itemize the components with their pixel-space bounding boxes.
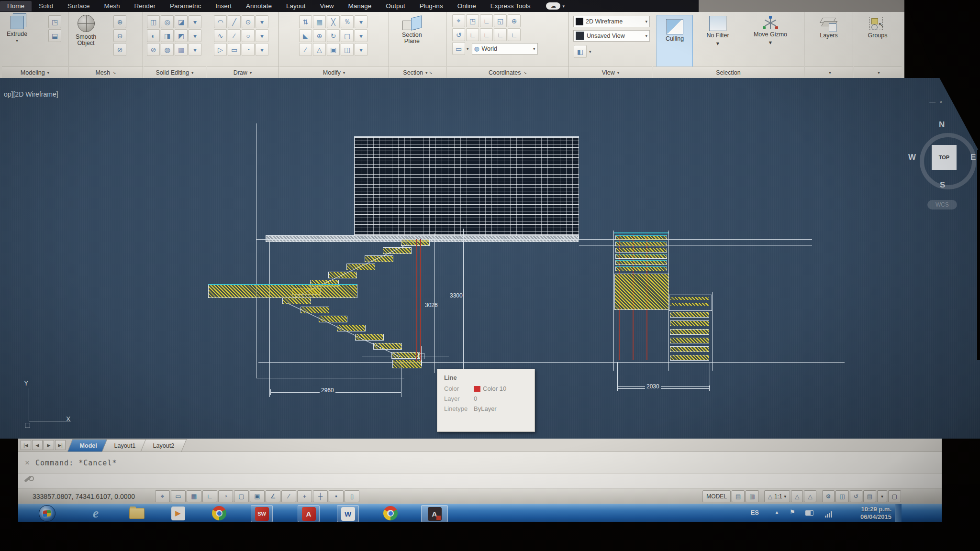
wcs-menu-button[interactable]: WCS [927, 200, 957, 209]
draw-tool-icon[interactable]: ∕ [228, 29, 241, 42]
panel-label-draw[interactable]: Draw▾ [207, 66, 278, 78]
modify-tool-icon[interactable]: ⇅ [299, 15, 312, 28]
command-line-area[interactable]: × Command: *Cancel* [18, 452, 942, 488]
layout-nav-button[interactable]: |◀ [21, 440, 31, 450]
battery-icon[interactable] [805, 510, 813, 516]
ucs-tool-icon[interactable]: ∟ [508, 28, 521, 41]
ucs-icon-toggle[interactable]: ▭ [452, 42, 465, 55]
ucs-tool-icon[interactable]: ⌖ [452, 14, 465, 27]
draw-tool-icon[interactable]: ▾ [256, 29, 268, 42]
start-button[interactable] [36, 505, 57, 521]
media-player-icon[interactable]: ▶ [167, 505, 189, 521]
ribbon-tab[interactable]: Manage [341, 1, 379, 11]
ucs-world-dropdown[interactable]: ◍ World ▾ [472, 43, 538, 55]
workspace-button[interactable]: ↺ [850, 490, 862, 502]
drafting-toggle-button[interactable]: ◔ [218, 490, 233, 502]
workspace-button[interactable]: ▤ [863, 490, 876, 502]
ucs-tool-icon[interactable]: ◳ [466, 14, 479, 27]
solid-editing-tool-icon[interactable]: ◩ [175, 29, 188, 42]
chrome-icon-2[interactable] [380, 505, 401, 521]
modify-tool-icon[interactable]: ▢ [341, 29, 354, 42]
viewport-minimize-button[interactable]: — [929, 98, 935, 105]
ucs-tool-icon[interactable]: ∟ [480, 14, 493, 27]
drafting-toggle-button[interactable]: ∠ [266, 490, 280, 502]
modify-tool-icon[interactable]: ▾ [355, 43, 368, 56]
internet-explorer-icon[interactable]: e [85, 505, 106, 521]
drafting-toggle-button[interactable]: ⌖ [155, 490, 170, 502]
draw-tool-icon[interactable]: ▾ [256, 43, 268, 56]
mesh-tool-icon[interactable]: ⊖ [113, 29, 126, 42]
solid-editing-tool-icon[interactable]: ▾ [189, 43, 201, 56]
solid-editing-tool-icon[interactable]: ◐ [147, 29, 160, 42]
quick-view-button[interactable]: ▤ [732, 490, 745, 502]
layout-nav-button[interactable]: ▶| [55, 440, 66, 450]
modify-tool-icon[interactable]: ％ [341, 15, 354, 28]
tray-expand-icon[interactable]: ▲ [775, 510, 779, 515]
viewcube-north[interactable]: N [939, 120, 945, 130]
status-menu-caret[interactable]: ▾ [877, 490, 887, 502]
file-explorer-icon[interactable] [126, 505, 147, 521]
drafting-toggle-button[interactable]: + [297, 490, 312, 502]
modify-tool-icon[interactable]: ↻ [327, 29, 340, 42]
solid-editing-tool-icon[interactable]: ◪ [175, 15, 188, 28]
ribbon-tab[interactable]: Plug-ins [412, 1, 450, 11]
ucs-tool-icon[interactable]: ∟ [480, 28, 493, 41]
viewcube-top-face[interactable]: TOP [932, 145, 957, 170]
ribbon-tab[interactable]: View [313, 1, 341, 11]
panel-label-modify[interactable]: Modify▾ [279, 66, 389, 78]
drafting-toggle-button[interactable]: ┼ [313, 490, 328, 502]
mesh-tool-icon[interactable]: ⊘ [113, 43, 126, 56]
drafting-toggle-button[interactable]: ▦ [187, 490, 201, 502]
ucs-tool-icon[interactable]: ⊕ [508, 14, 521, 27]
language-indicator[interactable]: ES [751, 509, 759, 516]
autocad-taskbar-icon[interactable]: A [421, 505, 448, 522]
ribbon-tab[interactable]: Express Tools [483, 1, 538, 11]
draw-tool-icon[interactable]: ▷ [214, 43, 227, 56]
viewcube-south[interactable]: S [940, 180, 945, 190]
modify-tool-icon[interactable]: ▾ [355, 15, 368, 28]
panel-label-view[interactable]: View▾ [569, 66, 652, 78]
modify-tool-icon[interactable]: ◣ [299, 29, 312, 42]
ribbon-tab[interactable]: Home [0, 1, 32, 11]
drafting-toggle-button[interactable]: ∕ [281, 490, 296, 502]
panel-label-solid-editing[interactable]: Solid Editing▾ [144, 66, 206, 78]
solidworks-icon[interactable]: SW [251, 505, 273, 522]
solid-editing-tool-icon[interactable]: ◎ [161, 15, 174, 28]
culling-button[interactable]: Culling [657, 15, 693, 68]
groups-button[interactable]: ↖ Groups [861, 17, 894, 39]
ribbon-tab[interactable]: Online [450, 1, 483, 11]
viewport-restore-button[interactable]: ▫ [940, 98, 942, 105]
modify-tool-icon[interactable]: ⊕ [313, 29, 326, 42]
layout-nav-button[interactable]: ▶ [44, 440, 54, 450]
viewport-label[interactable]: op][2D Wireframe] [4, 90, 58, 98]
layout-tab[interactable]: Layout2 [140, 439, 187, 452]
draw-tool-icon[interactable]: ⊙ [242, 15, 255, 28]
draw-tool-icon[interactable]: ◔ [242, 43, 255, 56]
move-gizmo-button[interactable]: Move Gizmo ▾ [744, 16, 797, 46]
ribbon-tab[interactable]: Surface [60, 1, 97, 11]
drafting-toggle-button[interactable]: ▭ [171, 490, 186, 502]
mesh-tool-icon[interactable]: ⊕ [113, 15, 126, 28]
layout-nav-button[interactable]: ◀ [32, 440, 43, 450]
draw-tool-icon[interactable]: ◠ [214, 15, 227, 28]
drafting-toggle-button[interactable]: ▪ [329, 490, 344, 502]
drafting-toggle-button[interactable]: ∟ [202, 490, 217, 502]
chrome-icon[interactable] [209, 505, 230, 521]
modify-tool-icon[interactable]: ╳ [327, 15, 340, 28]
modify-tool-icon[interactable]: ∕ [299, 43, 312, 56]
drafting-toggle-button[interactable]: ▢ [234, 490, 249, 502]
ribbon-tab[interactable]: Mesh [97, 1, 127, 11]
section-plane-button[interactable]: Section Plane [402, 17, 422, 44]
coordinates-readout[interactable]: 333857.0807, 74341.6107, 0.0000 [33, 493, 155, 500]
solid-editing-tool-icon[interactable]: ▦ [175, 43, 188, 56]
viewcube-east[interactable]: E [970, 153, 976, 162]
named-view-dropdown[interactable]: Unsaved View ▾ [573, 30, 650, 42]
solid-editing-tool-icon[interactable]: ◫ [147, 15, 160, 28]
modeling-tool-icon[interactable]: ⬓ [48, 29, 61, 42]
annotation-scale-button[interactable]: △ 1:1 ▾ [764, 490, 790, 502]
model-space-button[interactable]: MODEL [702, 490, 731, 502]
cloud-sync-button[interactable]: ☁ ▾ [546, 2, 565, 10]
solid-editing-tool-icon[interactable]: ▾ [189, 29, 201, 42]
acrobat-icon[interactable]: A [298, 505, 320, 522]
draw-tool-icon[interactable]: ∿ [214, 29, 227, 42]
